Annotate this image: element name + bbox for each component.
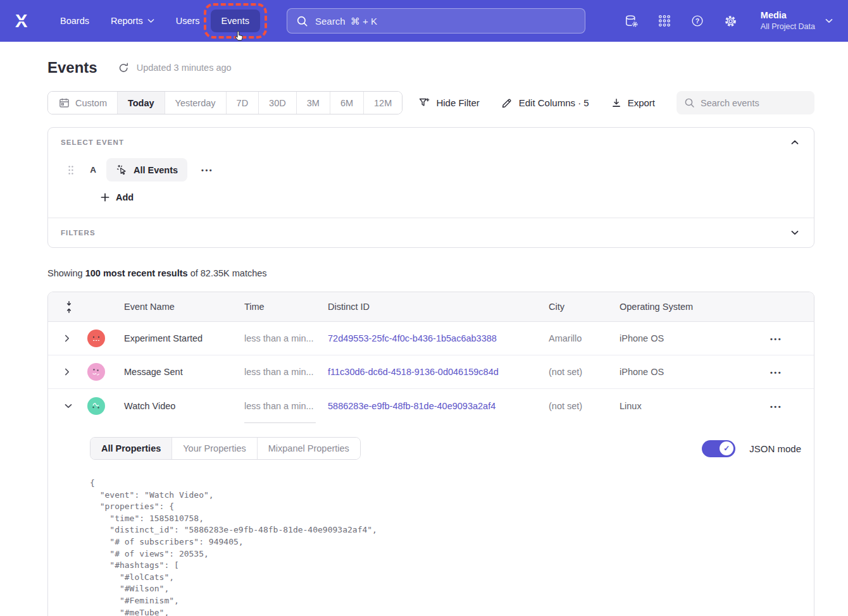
project-switcher[interactable]: Media All Project Data <box>761 9 833 32</box>
all-events-selector[interactable]: All Events <box>106 158 187 182</box>
results-count: 100 most recent results <box>85 268 188 278</box>
distinct-id-link[interactable]: f11c30d6-dc6d-4518-9136-0d046159c84d <box>328 367 549 377</box>
pencil-icon <box>501 97 513 109</box>
data-sources-icon[interactable] <box>624 14 639 28</box>
date-range-6m[interactable]: 6M <box>330 92 363 114</box>
event-city: Amarillo <box>549 333 620 343</box>
global-search-input[interactable] <box>315 16 576 27</box>
project-scope: All Project Data <box>761 22 815 32</box>
all-events-label: All Events <box>134 165 178 175</box>
drag-handle-icon[interactable] <box>68 165 74 175</box>
event-city: (not set) <box>549 367 620 377</box>
event-row-letter: A <box>88 165 98 175</box>
chevron-down-icon[interactable] <box>48 403 80 409</box>
page-title: Events <box>47 59 97 77</box>
download-icon <box>611 97 622 109</box>
navbar-right-cluster: ? Media All Project Data <box>624 9 833 32</box>
tab-all-properties[interactable]: All Properties <box>90 438 171 459</box>
toolbar-right: Hide Filter Edit Columns · 5 <box>418 91 814 114</box>
tab-mixpanel-properties[interactable]: Mixpanel Properties <box>257 438 360 459</box>
add-event-button[interactable]: Add <box>61 192 801 202</box>
property-tabs: All Properties Your Properties Mixpanel … <box>90 437 361 460</box>
chevron-right-icon[interactable] <box>48 335 80 342</box>
table-header: Event Name Time Distinct ID City Operati… <box>48 292 814 322</box>
chevron-right-icon[interactable] <box>48 368 80 376</box>
chevron-down-icon <box>147 18 154 23</box>
event-query-row: A All Events ••• <box>61 158 801 182</box>
event-time: less than a min... <box>244 333 328 343</box>
top-navbar: X Boards Reports Users Events <box>0 0 848 42</box>
search-icon <box>684 97 695 108</box>
nav-item-events[interactable]: Events <box>211 9 260 32</box>
event-os: iPhone OS <box>620 367 755 377</box>
search-events <box>677 91 814 114</box>
event-time: less than a min... <box>244 401 328 411</box>
events-table: Event Name Time Distinct ID City Operati… <box>47 292 814 616</box>
event-os: Linux <box>620 401 755 411</box>
plus-icon <box>101 193 109 202</box>
select-event-section: SELECT EVENT A <box>48 128 814 218</box>
nav-item-users[interactable]: Users <box>165 9 211 32</box>
table-row-expanded[interactable]: Watch Video less than a min... 5886283e-… <box>48 389 814 422</box>
settings-gear-icon[interactable] <box>723 14 738 28</box>
event-avatar <box>87 330 105 347</box>
col-time: Time <box>244 302 328 312</box>
last-updated-text: Updated 3 minutes ago <box>137 63 232 73</box>
event-name: Experiment Started <box>124 333 244 343</box>
sort-arrows-icon[interactable] <box>48 300 80 314</box>
event-avatar <box>87 397 105 415</box>
apps-grid-icon[interactable] <box>658 14 671 28</box>
date-range-today[interactable]: Today <box>117 92 165 114</box>
search-events-input[interactable] <box>701 98 807 108</box>
check-icon: ✓ <box>720 441 733 455</box>
date-range-yesterday[interactable]: Yesterday <box>165 92 226 114</box>
distinct-id-link[interactable]: 72d49553-25fc-4f0c-b436-1b5ac6ab3388 <box>328 333 549 343</box>
tab-your-properties[interactable]: Your Properties <box>171 438 256 459</box>
distinct-id-link[interactable]: 5886283e-e9fb-48fb-81de-40e9093a2af4 <box>328 401 549 411</box>
row-options-icon[interactable]: ••• <box>768 333 785 345</box>
edit-columns-button[interactable]: Edit Columns · 5 <box>501 97 589 109</box>
json-mode-label: JSON mode <box>749 443 801 454</box>
col-event-name: Event Name <box>124 302 244 312</box>
filters-label: FILTERS <box>61 229 96 237</box>
chevron-up-icon[interactable] <box>789 139 801 146</box>
date-range-30d[interactable]: 30D <box>258 92 296 114</box>
col-os: Operating System <box>620 302 755 312</box>
date-range-7d[interactable]: 7D <box>226 92 259 114</box>
table-row[interactable]: Experiment Started less than a min... 72… <box>48 322 814 355</box>
nav-item-boards[interactable]: Boards <box>49 9 100 32</box>
hand-pointer-cursor <box>232 29 246 43</box>
global-search <box>287 8 585 34</box>
nav-menu: Boards Reports Users Events <box>49 9 260 32</box>
date-range-custom[interactable]: Custom <box>48 92 117 114</box>
select-event-label: SELECT EVENT <box>61 139 124 146</box>
mixpanel-logo[interactable]: X <box>15 12 34 30</box>
col-distinct-id: Distinct ID <box>328 302 549 312</box>
json-mode-control: ✓ JSON mode <box>702 440 801 457</box>
chevron-down-icon <box>825 18 833 23</box>
event-name: Watch Video <box>124 401 244 411</box>
event-details-panel: All Properties Your Properties Mixpanel … <box>48 422 814 616</box>
date-range-12m[interactable]: 12M <box>363 92 402 114</box>
hide-filter-button[interactable]: Hide Filter <box>418 97 479 109</box>
event-name: Message Sent <box>124 367 244 377</box>
event-row-options-icon[interactable]: ••• <box>199 164 216 176</box>
table-row[interactable]: Message Sent less than a min... f11c30d6… <box>48 355 814 389</box>
results-summary: Showing 100 most recent results of 82.35… <box>47 268 814 278</box>
title-row: Events Updated 3 minutes ago <box>47 59 814 77</box>
row-options-icon[interactable]: ••• <box>768 366 785 379</box>
export-button[interactable]: Export <box>611 97 655 109</box>
help-icon[interactable]: ? <box>690 14 704 28</box>
event-avatar <box>87 363 105 381</box>
json-mode-toggle[interactable]: ✓ <box>702 440 735 457</box>
toolbar: Custom Today Yesterday 7D 30D 3M 6M 12M … <box>47 91 814 114</box>
col-city: City <box>549 302 620 312</box>
nav-item-reports[interactable]: Reports <box>100 9 165 32</box>
row-options-icon[interactable]: ••• <box>768 400 785 413</box>
date-range-control: Custom Today Yesterday 7D 30D 3M 6M 12M <box>47 91 402 114</box>
event-os: iPhone OS <box>620 333 755 343</box>
chevron-down-icon[interactable] <box>789 229 801 237</box>
refresh-icon[interactable] <box>118 62 130 74</box>
event-city: (not set) <box>549 401 620 411</box>
date-range-3m[interactable]: 3M <box>296 92 330 114</box>
